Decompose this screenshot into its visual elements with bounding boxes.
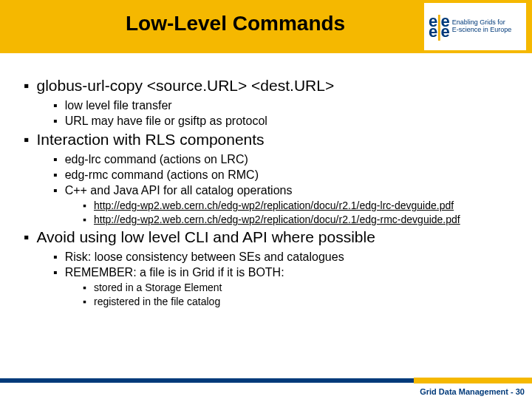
bullet-2: ▪Interaction with RLS components <box>24 131 514 149</box>
bullet-icon: ▪ <box>53 250 58 263</box>
bullet-icon: ▪ <box>83 282 86 293</box>
footer-text: Grid Data Management - 30 <box>420 387 525 396</box>
bullet-2-text: Interaction with RLS components <box>36 131 264 148</box>
logo-mark: e|ee|e <box>429 16 449 36</box>
slide: Low-Level Commands e|ee|e Enabling Grids… <box>0 0 532 399</box>
bullet-icon: ▪ <box>24 228 29 245</box>
content: ▪globus-url-copy <source.URL> <dest.URL>… <box>18 74 514 310</box>
bullet-1-2: ▪URL may have file or gsiftp as protocol <box>53 115 514 128</box>
bullet-icon: ▪ <box>53 99 58 112</box>
slide-title: Low-Level Commands <box>126 12 345 35</box>
egee-logo: e|ee|e Enabling Grids for E-science in E… <box>424 3 526 50</box>
bullet-1-2-text: URL may have file or gsiftp as protocol <box>65 115 267 127</box>
bottom-accent-bar <box>0 378 532 383</box>
bullet-icon: ▪ <box>53 184 58 197</box>
link-rmc-devguide[interactable]: http://edg-wp2.web.cern.ch/edg-wp2/repli… <box>94 214 460 225</box>
bullet-1: ▪globus-url-copy <source.URL> <dest.URL> <box>24 77 514 95</box>
bullet-2-1: ▪edg-lrc command (actions on LRC) <box>53 153 514 166</box>
bullet-1-text: globus-url-copy <source.URL> <dest.URL> <box>36 77 334 94</box>
bullet-1-1: ▪low level file transfer <box>53 99 514 112</box>
logo-text-icon: e|ee|e <box>429 16 449 36</box>
bullet-3-2-text: REMEMBER: a file is in Grid if it is BOT… <box>65 266 284 279</box>
bullet-icon: ▪ <box>53 115 58 127</box>
bullet-2-1-text: edg-lrc command (actions on LRC) <box>65 153 248 166</box>
bullet-3-2-2: ▪registered in the file catalog <box>83 296 514 307</box>
bullet-icon: ▪ <box>24 77 29 94</box>
logo-tagline-2: E-science in Europe <box>452 27 512 34</box>
bullet-3: ▪Avoid using low level CLI and API where… <box>24 228 514 246</box>
bullet-icon: ▪ <box>53 153 58 166</box>
bullet-3-1-text: Risk: loose consistency between SEs and … <box>65 250 344 263</box>
link-lrc-devguide[interactable]: http://edg-wp2.web.cern.ch/edg-wp2/repli… <box>94 200 454 211</box>
bullet-2-3-text: C++ and Java API for all catalog operati… <box>65 184 293 197</box>
logo-tagline: Enabling Grids for E-science in Europe <box>452 19 512 34</box>
bullet-3-text: Avoid using low level CLI and API where … <box>36 228 375 245</box>
bullet-3-2-1: ▪stored in a Storage Element <box>83 282 514 293</box>
bullet-3-2-1-text: stored in a Storage Element <box>94 282 222 293</box>
bullet-icon: ▪ <box>83 296 86 307</box>
bullet-1-1-text: low level file transfer <box>65 99 172 112</box>
bullet-3-1: ▪Risk: loose consistency between SEs and… <box>53 250 514 264</box>
bullet-2-3: ▪C++ and Java API for all catalog operat… <box>53 184 514 197</box>
bullet-2-2: ▪edg-rmc command (actions on RMC) <box>53 168 514 182</box>
bullet-3-2: ▪REMEMBER: a file is in Grid if it is BO… <box>53 266 514 279</box>
bullet-2-link-1: ▪http://edg-wp2.web.cern.ch/edg-wp2/repl… <box>83 200 514 211</box>
bullet-icon: ▪ <box>24 131 29 148</box>
bullet-icon: ▪ <box>83 214 86 225</box>
bullet-icon: ▪ <box>83 200 86 211</box>
bullet-3-2-2-text: registered in the file catalog <box>94 296 220 307</box>
bullet-icon: ▪ <box>53 266 58 279</box>
bullet-icon: ▪ <box>53 168 58 181</box>
bullet-2-link-2: ▪http://edg-wp2.web.cern.ch/edg-wp2/repl… <box>83 214 514 225</box>
bullet-2-2-text: edg-rmc command (actions on RMC) <box>65 168 259 181</box>
